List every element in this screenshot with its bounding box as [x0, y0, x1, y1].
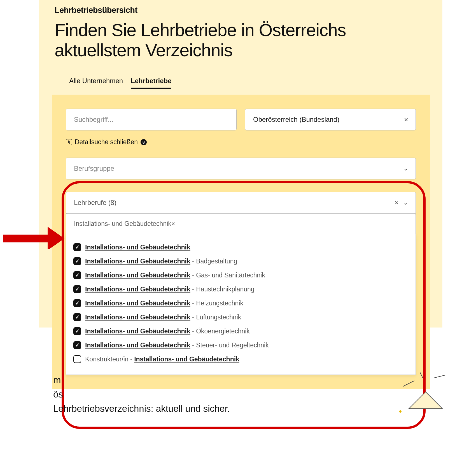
checkbox[interactable] [73, 271, 81, 279]
option-label: Installations- und Gebäudetechnik - Haus… [85, 286, 255, 293]
lehrberufe-option[interactable]: Installations- und Gebäudetechnik - Haus… [73, 282, 408, 296]
option-label: Installations- und Gebäudetechnik - Steu… [85, 342, 269, 349]
detail-search-badge: 8 [141, 139, 147, 145]
tabs: Alle Unternehmen Lehrbetriebe [69, 77, 171, 89]
lehrberufe-option[interactable]: Installations- und Gebäudetechnik - Ökoe… [73, 324, 408, 338]
checkbox[interactable] [73, 285, 81, 293]
region-select[interactable]: Oberösterreich (Bundesland) × [245, 109, 416, 130]
lehrberufe-option[interactable]: Installations- und Gebäudetechnik - Heiz… [73, 296, 408, 310]
lehrberufe-options-list: Installations- und GebäudetechnikInstall… [66, 234, 416, 375]
checkbox[interactable] [73, 299, 81, 307]
page-overline: Lehrbetriebsübersicht [55, 6, 424, 15]
lehrberufe-filter-input[interactable]: Installations- und Gebäudetechnik × [66, 213, 416, 234]
lehrberufe-option[interactable]: Konstrukteur/in - Installations- und Geb… [73, 352, 408, 366]
annotation-arrow-icon [3, 227, 64, 249]
svg-rect-0 [3, 235, 48, 242]
lehrberufe-option[interactable]: Installations- und Gebäudetechnik [73, 240, 408, 254]
svg-line-3 [403, 381, 414, 386]
clear-lehrberufe-icon[interactable]: × [395, 198, 399, 207]
sliders-icon: ⇅ [66, 139, 72, 145]
clear-filter-icon[interactable]: × [171, 220, 175, 228]
svg-point-5 [399, 410, 402, 413]
checkbox[interactable] [73, 327, 81, 335]
chevron-down-icon: ⌄ [403, 165, 408, 172]
tab-lehrbetriebe[interactable]: Lehrbetriebe [131, 77, 171, 89]
svg-line-4 [434, 375, 445, 378]
option-label: Installations- und Gebäudetechnik [85, 244, 190, 251]
option-label: Installations- und Gebäudetechnik - Heiz… [85, 300, 243, 307]
svg-line-6 [420, 372, 423, 378]
search-term-placeholder: Suchbegriff... [74, 116, 113, 123]
lehrberufe-option[interactable]: Installations- und Gebäudetechnik - Gas-… [73, 268, 408, 282]
checkbox[interactable] [73, 243, 81, 251]
footer-line1: m [53, 375, 61, 385]
option-label: Konstrukteur/in - Installations- und Geb… [85, 356, 239, 363]
svg-marker-2 [409, 392, 442, 409]
option-label: Installations- und Gebäudetechnik - Ökoe… [85, 328, 250, 335]
checkbox[interactable] [73, 355, 81, 363]
option-label: Installations- und Gebäudetechnik - Gas-… [85, 272, 265, 279]
tab-all-companies[interactable]: Alle Unternehmen [69, 77, 123, 89]
search-panel: Suchbegriff... Oberösterreich (Bundeslan… [52, 95, 430, 389]
lehrberufe-select[interactable]: Lehrberufe (8) × ⌄ [66, 192, 416, 214]
berufsgruppe-select[interactable]: Berufsgruppe ⌄ [66, 158, 416, 179]
page-headline: Finden Sie Lehrbetriebe in Österreichs a… [55, 20, 424, 60]
option-label: Installations- und Gebäudetechnik - Badg… [85, 258, 237, 265]
lehrberufe-label: Lehrberufe (8) [74, 199, 116, 207]
option-label: Installations- und Gebäudetechnik - Lüft… [85, 314, 241, 321]
lehrberufe-option[interactable]: Installations- und Gebäudetechnik - Steu… [73, 338, 408, 352]
search-term-input[interactable]: Suchbegriff... [66, 109, 237, 130]
chevron-down-icon: ⌄ [403, 199, 408, 206]
checkbox[interactable] [73, 341, 81, 349]
lehrberufe-option[interactable]: Installations- und Gebäudetechnik - Lüft… [73, 310, 408, 324]
berufsgruppe-placeholder: Berufsgruppe [74, 165, 114, 172]
detail-search-label: Detailsuche schließen [75, 138, 138, 146]
checkbox[interactable] [73, 257, 81, 265]
footer-line2: ös [53, 389, 63, 399]
footer-text-fragment: m ös Lehrbetriebsverzeichnis: aktuell un… [53, 373, 230, 416]
lehrberufe-option[interactable]: Installations- und Gebäudetechnik - Badg… [73, 254, 408, 268]
region-value: Oberösterreich (Bundesland) [253, 116, 339, 123]
footer-illustration [392, 364, 448, 420]
lehrberufe-filter-value: Installations- und Gebäudetechnik [74, 220, 171, 228]
header: Lehrbetriebsübersicht Finden Sie Lehrbet… [55, 6, 424, 60]
detail-search-toggle[interactable]: ⇅ Detailsuche schließen 8 [66, 138, 416, 146]
clear-region-icon[interactable]: × [404, 115, 408, 124]
svg-marker-1 [48, 227, 64, 249]
footer-line3: Lehrbetriebsverzeichnis: aktuell und sic… [53, 403, 230, 414]
checkbox[interactable] [73, 313, 81, 321]
